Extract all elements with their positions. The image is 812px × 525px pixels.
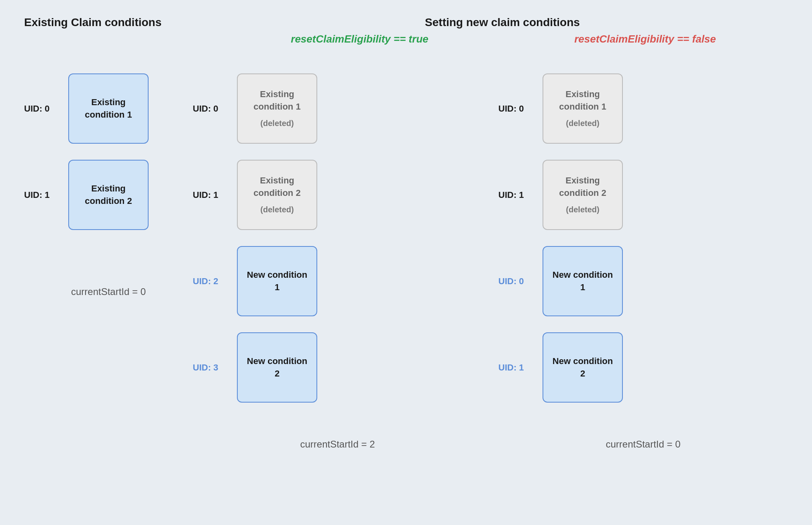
false-del-sub-0: (deleted)	[550, 118, 616, 129]
reset-false-col: resetClaimEligibility == false	[502, 33, 788, 45]
uid-label-0: UID: 0	[24, 104, 68, 114]
false-deleted-1: UID: 1 Existing condition 2 (deleted)	[498, 160, 788, 230]
true-uid-del-0: UID: 0	[193, 104, 237, 114]
true-deleted-0: UID: 0 Existing condition 1 (deleted)	[193, 73, 482, 144]
existing-box-1-label: Existing condition 2	[75, 183, 141, 208]
false-uid-del-0: UID: 0	[498, 104, 543, 114]
true-uid-new-1: UID: 3	[193, 362, 237, 373]
true-new-label-1: New condition 2	[244, 355, 310, 380]
true-new-0: UID: 2 New condition 1	[193, 246, 482, 316]
main-content: UID: 0 Existing condition 1 UID: 1 Exist…	[24, 65, 788, 454]
true-new-label-0: New condition 1	[244, 269, 310, 294]
true-uid-del-1: UID: 1	[193, 190, 237, 200]
false-deleted-0: UID: 0 Existing condition 1 (deleted)	[498, 73, 788, 144]
false-new-box-1: New condition 2	[543, 332, 623, 403]
uid-label-1: UID: 1	[24, 190, 68, 200]
setting-title: Setting new claim conditions	[217, 16, 788, 29]
true-current-start: currentStartId = 2	[193, 439, 482, 450]
true-panel: UID: 0 Existing condition 1 (deleted) UI…	[193, 65, 482, 454]
false-del-box-1: Existing condition 2 (deleted)	[543, 160, 623, 230]
true-del-box-0: Existing condition 1 (deleted)	[237, 73, 317, 144]
left-panel: UID: 0 Existing condition 1 UID: 1 Exist…	[24, 65, 193, 454]
existing-title: Existing Claim conditions	[24, 16, 193, 29]
false-uid-new-0: UID: 0	[498, 276, 543, 287]
false-del-label-0: Existing condition 1	[550, 88, 616, 113]
true-new-box-0: New condition 1	[237, 246, 317, 316]
existing-box-0-label: Existing condition 1	[75, 96, 141, 121]
true-del-sub-0: (deleted)	[244, 118, 310, 129]
true-del-label-0: Existing condition 1	[244, 88, 310, 113]
false-panel: UID: 0 Existing condition 1 (deleted) UI…	[498, 65, 788, 454]
right-panels: UID: 0 Existing condition 1 (deleted) UI…	[193, 65, 788, 454]
reset-false-label: resetClaimEligibility == false	[574, 33, 716, 45]
false-del-box-0: Existing condition 1 (deleted)	[543, 73, 623, 144]
divider	[482, 65, 498, 454]
false-new-1: UID: 1 New condition 2	[498, 332, 788, 403]
false-new-label-0: New condition 1	[550, 269, 616, 294]
true-del-label-1: Existing condition 2	[244, 175, 310, 199]
false-new-box-0: New condition 1	[543, 246, 623, 316]
left-current-start: currentStartId = 0	[24, 286, 193, 297]
false-current-start: currentStartId = 0	[498, 439, 788, 450]
false-new-label-1: New condition 2	[550, 355, 616, 380]
true-new-1: UID: 3 New condition 2	[193, 332, 482, 403]
true-deleted-1: UID: 1 Existing condition 2 (deleted)	[193, 160, 482, 230]
existing-row-0: UID: 0 Existing condition 1	[24, 73, 193, 144]
reset-true-col: resetClaimEligibility == true	[217, 33, 502, 45]
false-del-label-1: Existing condition 2	[550, 175, 616, 199]
true-del-sub-1: (deleted)	[244, 204, 310, 215]
reset-true-label: resetClaimEligibility == true	[291, 33, 428, 45]
existing-row-1: UID: 1 Existing condition 2	[24, 160, 193, 230]
header-row: resetClaimEligibility == true resetClaim…	[24, 33, 788, 45]
true-del-box-1: Existing condition 2 (deleted)	[237, 160, 317, 230]
page-title-row: Existing Claim conditions Setting new cl…	[24, 16, 788, 29]
true-new-box-1: New condition 2	[237, 332, 317, 403]
false-new-0: UID: 0 New condition 1	[498, 246, 788, 316]
false-del-sub-1: (deleted)	[550, 204, 616, 215]
existing-box-0: Existing condition 1	[68, 73, 149, 144]
true-uid-new-0: UID: 2	[193, 276, 237, 287]
false-uid-del-1: UID: 1	[498, 190, 543, 200]
false-uid-new-1: UID: 1	[498, 362, 543, 373]
existing-box-1: Existing condition 2	[68, 160, 149, 230]
